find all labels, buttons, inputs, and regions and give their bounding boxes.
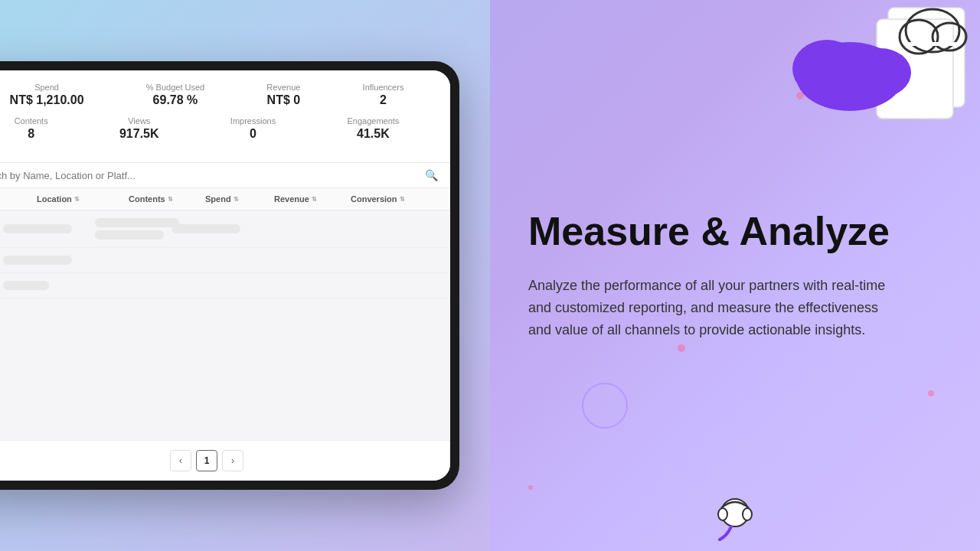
sort-icon: ⇅ (312, 196, 317, 203)
skeleton-bar (172, 224, 240, 233)
col-header-name (0, 194, 37, 204)
row-contents (95, 218, 172, 240)
col-header-contents[interactable]: Contents ⇅ (129, 194, 205, 204)
col-header-location[interactable]: Location ⇅ (37, 194, 129, 204)
table-row (0, 210, 450, 248)
left-panel: Spend NT$ 1,210.00 % Budget Used 69.78 %… (0, 0, 490, 551)
sort-icon: ⇅ (168, 196, 173, 203)
decorative-dot (928, 390, 934, 396)
col-header-conversion[interactable]: Conversion ⇅ (351, 194, 427, 204)
prev-page-button[interactable]: ‹ (170, 450, 191, 471)
stat-views: Views 917.5K (119, 116, 159, 141)
stat-engagements: Engagements 41.5K (347, 116, 399, 141)
stat-contents: Contents 8 (15, 116, 48, 141)
sort-icon: ⇅ (400, 196, 405, 203)
main-title: Measure & Analyze (528, 210, 934, 253)
skeleton-bar (3, 224, 72, 233)
search-input[interactable] (0, 170, 425, 181)
table-header: Location ⇅ Contents ⇅ Spend ⇅ Revenue ⇅ (0, 188, 450, 210)
right-content: Measure & Analyze Analyze the performanc… (528, 210, 934, 341)
stat-impressions: Impressions 0 (230, 116, 276, 141)
cloud-illustration (766, 0, 980, 138)
next-page-button[interactable]: › (222, 450, 243, 471)
right-panel: Measure & Analyze Analyze the performanc… (490, 0, 980, 551)
stats-area: Spend NT$ 1,210.00 % Budget Used 69.78 %… (0, 70, 450, 163)
page-1-button[interactable]: 1 (196, 450, 217, 471)
table-area: Location ⇅ Contents ⇅ Spend ⇅ Revenue ⇅ (0, 188, 450, 440)
skeleton-bar (3, 256, 72, 265)
table-row (0, 248, 450, 273)
row-location (3, 224, 95, 233)
tablet-bezel: Spend NT$ 1,210.00 % Budget Used 69.78 %… (0, 61, 459, 490)
svg-point-11 (743, 508, 752, 520)
table-row (0, 273, 450, 298)
stat-budget: % Budget Used 69.78 % (146, 83, 204, 107)
skeleton-bar (95, 230, 164, 240)
row-location (3, 281, 95, 290)
skeleton-bar (95, 218, 179, 227)
stat-influencers: Influencers 2 (363, 83, 404, 107)
sort-icon: ⇅ (234, 196, 239, 203)
search-bar: 🔍 (0, 163, 450, 188)
svg-point-10 (718, 508, 727, 520)
row-spend (172, 224, 240, 233)
skeleton-bar (3, 281, 49, 290)
character-illustration (704, 490, 766, 551)
decorative-dot (528, 485, 533, 490)
search-icon: 🔍 (425, 169, 438, 181)
svg-point-4 (850, 48, 911, 97)
col-header-revenue[interactable]: Revenue ⇅ (274, 194, 351, 204)
row-location (3, 256, 95, 265)
tablet-screen: Spend NT$ 1,210.00 % Budget Used 69.78 %… (0, 70, 450, 481)
decorative-circle (582, 383, 628, 429)
svg-rect-8 (906, 42, 959, 46)
decorative-dot (678, 344, 685, 352)
col-header-spend[interactable]: Spend ⇅ (205, 194, 274, 204)
sort-icon: ⇅ (74, 196, 80, 203)
stat-spend: Spend NT$ 1,210.00 (10, 83, 84, 107)
pagination: ‹ 1 › (0, 440, 450, 481)
stats-row-2: Contents 8 Views 917.5K Impressions 0 En… (0, 116, 435, 141)
stats-row-1: Spend NT$ 1,210.00 % Budget Used 69.78 %… (0, 83, 435, 107)
stat-revenue: Revenue NT$ 0 (266, 83, 300, 107)
main-description: Analyze the performance of all your part… (528, 275, 896, 341)
